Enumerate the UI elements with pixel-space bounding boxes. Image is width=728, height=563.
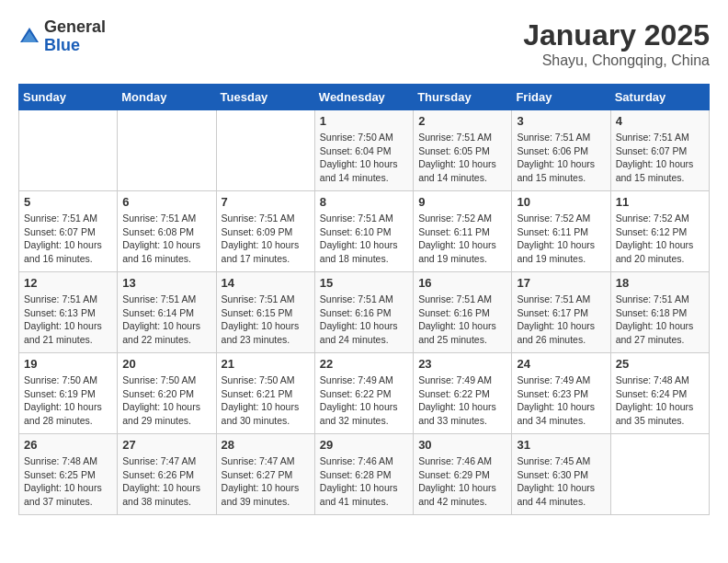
day-info: Sunrise: 7:51 AM Sunset: 6:10 PM Dayligh… — [320, 212, 408, 266]
day-number: 29 — [320, 438, 408, 452]
calendar-cell: 15Sunrise: 7:51 AM Sunset: 6:16 PM Dayli… — [314, 272, 413, 353]
day-number: 26 — [24, 438, 112, 452]
header-saturday: Saturday — [610, 85, 709, 110]
calendar-cell: 19Sunrise: 7:50 AM Sunset: 6:19 PM Dayli… — [19, 353, 118, 434]
day-info: Sunrise: 7:51 AM Sunset: 6:09 PM Dayligh… — [222, 212, 310, 266]
calendar-cell: 31Sunrise: 7:45 AM Sunset: 6:30 PM Dayli… — [512, 434, 610, 515]
calendar-cell: 13Sunrise: 7:51 AM Sunset: 6:14 PM Dayli… — [118, 272, 216, 353]
calendar-cell: 20Sunrise: 7:50 AM Sunset: 6:20 PM Dayli… — [118, 353, 216, 434]
day-number: 8 — [320, 195, 408, 209]
day-number: 14 — [222, 276, 310, 290]
day-number: 19 — [24, 357, 112, 371]
day-info: Sunrise: 7:51 AM Sunset: 6:16 PM Dayligh… — [418, 293, 506, 347]
calendar-cell — [610, 434, 709, 515]
day-info: Sunrise: 7:52 AM Sunset: 6:11 PM Dayligh… — [517, 212, 605, 266]
day-info: Sunrise: 7:46 AM Sunset: 6:29 PM Dayligh… — [418, 454, 506, 509]
day-info: Sunrise: 7:51 AM Sunset: 6:07 PM Dayligh… — [24, 212, 112, 266]
day-info: Sunrise: 7:46 AM Sunset: 6:28 PM Dayligh… — [320, 454, 408, 509]
calendar-cell — [19, 110, 118, 191]
day-number: 2 — [418, 114, 506, 128]
calendar-cell: 29Sunrise: 7:46 AM Sunset: 6:28 PM Dayli… — [314, 434, 413, 515]
calendar-week-row: 12Sunrise: 7:51 AM Sunset: 6:13 PM Dayli… — [19, 272, 710, 353]
day-number: 21 — [222, 357, 310, 371]
calendar-cell: 27Sunrise: 7:47 AM Sunset: 6:26 PM Dayli… — [118, 434, 216, 515]
calendar-week-row: 1Sunrise: 7:50 AM Sunset: 6:04 PM Daylig… — [19, 110, 710, 191]
calendar-table: SundayMondayTuesdayWednesdayThursdayFrid… — [18, 84, 710, 515]
day-number: 4 — [616, 114, 704, 128]
day-info: Sunrise: 7:50 AM Sunset: 6:21 PM Dayligh… — [222, 373, 310, 428]
calendar-cell: 17Sunrise: 7:51 AM Sunset: 6:17 PM Dayli… — [512, 272, 610, 353]
day-number: 17 — [517, 276, 605, 290]
day-number: 24 — [517, 357, 605, 371]
day-info: Sunrise: 7:48 AM Sunset: 6:25 PM Dayligh… — [24, 454, 112, 509]
logo: General Blue — [18, 18, 106, 55]
logo-icon — [18, 26, 40, 48]
title-block: January 2025 Shayu, Chongqing, China — [523, 18, 710, 69]
calendar-cell: 6Sunrise: 7:51 AM Sunset: 6:08 PM Daylig… — [118, 191, 216, 272]
day-number: 5 — [24, 195, 112, 209]
day-number: 9 — [418, 195, 506, 209]
calendar-cell: 1Sunrise: 7:50 AM Sunset: 6:04 PM Daylig… — [314, 110, 413, 191]
day-info: Sunrise: 7:48 AM Sunset: 6:24 PM Dayligh… — [616, 373, 704, 428]
calendar-week-row: 19Sunrise: 7:50 AM Sunset: 6:19 PM Dayli… — [19, 353, 710, 434]
day-info: Sunrise: 7:47 AM Sunset: 6:26 PM Dayligh… — [122, 454, 210, 509]
day-info: Sunrise: 7:50 AM Sunset: 6:20 PM Dayligh… — [122, 373, 210, 428]
calendar-cell: 28Sunrise: 7:47 AM Sunset: 6:27 PM Dayli… — [216, 434, 314, 515]
day-info: Sunrise: 7:51 AM Sunset: 6:05 PM Dayligh… — [418, 131, 506, 185]
day-info: Sunrise: 7:49 AM Sunset: 6:22 PM Dayligh… — [320, 373, 408, 428]
header-friday: Friday — [512, 85, 610, 110]
logo-general: General — [44, 18, 106, 37]
page-header: General Blue January 2025 Shayu, Chongqi… — [18, 18, 710, 69]
day-number: 16 — [418, 276, 506, 290]
day-number: 11 — [616, 195, 704, 209]
calendar-cell: 3Sunrise: 7:51 AM Sunset: 6:06 PM Daylig… — [512, 110, 610, 191]
day-number: 20 — [122, 357, 210, 371]
calendar-cell: 11Sunrise: 7:52 AM Sunset: 6:12 PM Dayli… — [610, 191, 709, 272]
day-number: 23 — [418, 357, 506, 371]
calendar-cell: 8Sunrise: 7:51 AM Sunset: 6:10 PM Daylig… — [314, 191, 413, 272]
day-info: Sunrise: 7:52 AM Sunset: 6:12 PM Dayligh… — [616, 212, 704, 266]
calendar-cell: 25Sunrise: 7:48 AM Sunset: 6:24 PM Dayli… — [610, 353, 709, 434]
day-number: 15 — [320, 276, 408, 290]
day-info: Sunrise: 7:45 AM Sunset: 6:30 PM Dayligh… — [517, 454, 605, 509]
calendar-cell: 7Sunrise: 7:51 AM Sunset: 6:09 PM Daylig… — [216, 191, 314, 272]
day-info: Sunrise: 7:51 AM Sunset: 6:07 PM Dayligh… — [616, 131, 704, 185]
day-number: 12 — [24, 276, 112, 290]
calendar-cell: 14Sunrise: 7:51 AM Sunset: 6:15 PM Dayli… — [216, 272, 314, 353]
day-info: Sunrise: 7:52 AM Sunset: 6:11 PM Dayligh… — [418, 212, 506, 266]
day-info: Sunrise: 7:51 AM Sunset: 6:16 PM Dayligh… — [320, 293, 408, 347]
day-info: Sunrise: 7:51 AM Sunset: 6:14 PM Dayligh… — [122, 293, 210, 347]
calendar-cell: 12Sunrise: 7:51 AM Sunset: 6:13 PM Dayli… — [19, 272, 118, 353]
calendar-cell: 24Sunrise: 7:49 AM Sunset: 6:23 PM Dayli… — [512, 353, 610, 434]
day-number: 1 — [320, 114, 408, 128]
calendar-week-row: 26Sunrise: 7:48 AM Sunset: 6:25 PM Dayli… — [19, 434, 710, 515]
calendar-cell — [118, 110, 216, 191]
day-info: Sunrise: 7:49 AM Sunset: 6:22 PM Dayligh… — [418, 373, 506, 428]
day-info: Sunrise: 7:51 AM Sunset: 6:08 PM Dayligh… — [122, 212, 210, 266]
calendar-header-row: SundayMondayTuesdayWednesdayThursdayFrid… — [19, 85, 710, 110]
calendar-cell: 30Sunrise: 7:46 AM Sunset: 6:29 PM Dayli… — [414, 434, 512, 515]
calendar-cell: 21Sunrise: 7:50 AM Sunset: 6:21 PM Dayli… — [216, 353, 314, 434]
day-info: Sunrise: 7:51 AM Sunset: 6:15 PM Dayligh… — [222, 293, 310, 347]
day-info: Sunrise: 7:50 AM Sunset: 6:19 PM Dayligh… — [24, 373, 112, 428]
day-number: 18 — [616, 276, 704, 290]
calendar-cell: 16Sunrise: 7:51 AM Sunset: 6:16 PM Dayli… — [414, 272, 512, 353]
calendar-cell: 9Sunrise: 7:52 AM Sunset: 6:11 PM Daylig… — [414, 191, 512, 272]
header-monday: Monday — [118, 85, 216, 110]
day-number: 22 — [320, 357, 408, 371]
day-info: Sunrise: 7:51 AM Sunset: 6:18 PM Dayligh… — [616, 293, 704, 347]
day-number: 28 — [222, 438, 310, 452]
day-number: 10 — [517, 195, 605, 209]
day-number: 25 — [616, 357, 704, 371]
calendar-cell: 10Sunrise: 7:52 AM Sunset: 6:11 PM Dayli… — [512, 191, 610, 272]
calendar-cell: 4Sunrise: 7:51 AM Sunset: 6:07 PM Daylig… — [610, 110, 709, 191]
calendar-cell: 5Sunrise: 7:51 AM Sunset: 6:07 PM Daylig… — [19, 191, 118, 272]
calendar-cell: 18Sunrise: 7:51 AM Sunset: 6:18 PM Dayli… — [610, 272, 709, 353]
header-sunday: Sunday — [19, 85, 118, 110]
day-info: Sunrise: 7:51 AM Sunset: 6:13 PM Dayligh… — [24, 293, 112, 347]
calendar-cell: 23Sunrise: 7:49 AM Sunset: 6:22 PM Dayli… — [414, 353, 512, 434]
logo-blue: Blue — [44, 37, 106, 55]
day-number: 6 — [122, 195, 210, 209]
calendar-cell: 2Sunrise: 7:51 AM Sunset: 6:05 PM Daylig… — [414, 110, 512, 191]
day-number: 31 — [517, 438, 605, 452]
